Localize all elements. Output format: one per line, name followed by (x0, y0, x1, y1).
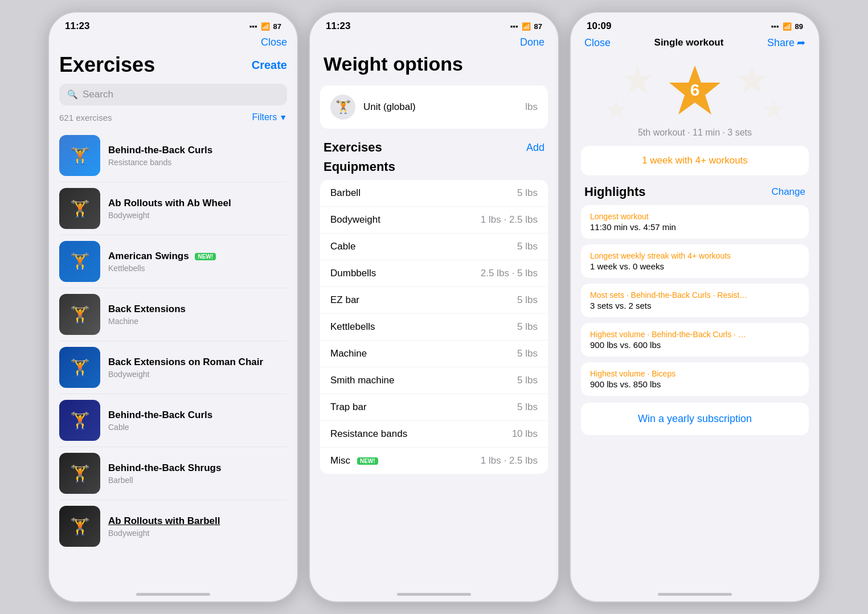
exercise-sub: Bodyweight (108, 211, 287, 220)
exercise-thumb: 🏋 (59, 347, 100, 388)
list-item[interactable]: 🏋 Behind-the-Back Curls Resistance bands (59, 129, 287, 182)
exercise-sub: Cable (108, 423, 287, 432)
equip-item[interactable]: Machine 5 lbs (320, 341, 548, 367)
win-label: Win a yearly subscription (638, 413, 752, 424)
exercise-info: Behind-the-Back Shrugs Barbell (108, 462, 287, 485)
equip-item[interactable]: Resistance bands 10 lbs (320, 421, 548, 448)
highlight-card: Longest workout 11:30 min vs. 4:57 min (581, 205, 809, 239)
equip-item[interactable]: Bodyweight 1 lbs · 2.5 lbs (320, 207, 548, 234)
funnel-icon: ▼ (279, 113, 287, 122)
equip-item[interactable]: Trap bar 5 lbs (320, 394, 548, 421)
equip-value: 1 lbs · 2.5 lbs (481, 455, 538, 466)
share-icon: ➦ (797, 36, 805, 49)
phone-exercises: 11:23 ▪▪▪ 📶 87 Close Exercises Create 🔍 … (48, 11, 298, 603)
equip-item[interactable]: Smith machine 5 lbs (320, 367, 548, 394)
equipment-list: Barbell 5 lbs Bodyweight 1 lbs · 2.5 lbs… (320, 180, 548, 474)
equip-item[interactable]: Misc NEW! 1 lbs · 2.5 lbs (320, 448, 548, 474)
weight-title: Weight options (310, 53, 558, 85)
create-button[interactable]: Create (252, 59, 287, 72)
equip-name: EZ bar (330, 294, 359, 306)
list-item[interactable]: 🏋 Ab Rollouts with Barbell Bodyweight (59, 500, 287, 552)
search-bar[interactable]: 🔍 Search (59, 84, 287, 105)
status-icons-3: ▪▪▪ 📶 89 (771, 22, 803, 31)
wifi-icon-1: 📶 (261, 22, 270, 31)
list-item[interactable]: 🏋 American Swings NEW! Kettlebells (59, 235, 287, 288)
exercise-sub: Bodyweight (108, 529, 287, 538)
person-icon: 🏋 (70, 305, 90, 324)
equip-item[interactable]: Kettlebells 5 lbs (320, 314, 548, 341)
ghost-star-left2 (605, 99, 628, 121)
unit-card[interactable]: 🏋 Unit (global) lbs (320, 85, 548, 129)
exercise-thumb: 🏋 (59, 188, 100, 229)
list-item[interactable]: 🏋 Ab Rollouts with Ab Wheel Bodyweight (59, 182, 287, 235)
person-icon: 🏋 (70, 146, 90, 165)
equip-name: Cable (330, 241, 355, 252)
equip-value: 5 lbs (517, 402, 538, 413)
phone-single-workout: 10:09 ▪▪▪ 📶 89 Close Single workout Shar… (570, 11, 820, 603)
equip-value: 5 lbs (517, 294, 538, 306)
filters-button[interactable]: Filters ▼ (252, 112, 287, 122)
highlight-label: Highest volume · Behind-the-Back Curls ·… (590, 330, 800, 339)
equip-value: 1 lbs · 2.5 lbs (481, 214, 538, 226)
exercise-name: Back Extensions (108, 303, 287, 316)
equip-name: Dumbbells (330, 268, 376, 279)
time-1: 11:23 (65, 21, 89, 32)
list-item[interactable]: 🏋 Behind-the-Back Curls Cable (59, 394, 287, 447)
weight-content: Done Weight options 🏋 Unit (global) lbs … (310, 36, 558, 594)
workout-meta: 5th workout · 11 min · 3 sets (571, 128, 819, 138)
highlight-cards: Longest workout 11:30 min vs. 4:57 min L… (571, 205, 819, 396)
equip-name: Trap bar (330, 402, 367, 413)
equip-item[interactable]: Cable 5 lbs (320, 234, 548, 260)
list-item[interactable]: 🏋 Behind-the-Back Shrugs Barbell (59, 447, 287, 500)
person-icon: 🏋 (70, 252, 90, 271)
equipments-section-title: Equipments (310, 159, 558, 180)
highlight-card: Longest weekly streak with 4+ workouts 1… (581, 244, 809, 278)
person-icon: 🏋 (70, 517, 90, 536)
highlights-header: Highlights Change (571, 185, 819, 205)
home-indicator (136, 593, 210, 596)
equip-value: 5 lbs (517, 375, 538, 386)
share-button[interactable]: Share ➦ (767, 36, 805, 49)
unit-value: lbs (525, 101, 538, 113)
equip-name: Machine (330, 348, 367, 359)
highlights-title: Highlights (584, 185, 646, 199)
exercise-thumb: 🏋 (59, 453, 100, 494)
close-button[interactable]: Close (261, 36, 287, 48)
equip-item[interactable]: Barbell 5 lbs (320, 180, 548, 207)
ghost-star-right (736, 65, 768, 96)
list-item[interactable]: 🏋 Back Extensions Machine (59, 288, 287, 341)
win-card[interactable]: Win a yearly subscription (581, 403, 809, 435)
new-badge: NEW! (195, 253, 216, 260)
person-icon: 🏋 (70, 411, 90, 430)
exercise-name: Ab Rollouts with Ab Wheel (108, 197, 287, 210)
list-item[interactable]: 🏋 Back Extensions on Roman Chair Bodywei… (59, 341, 287, 394)
equip-value: 5 lbs (517, 348, 538, 359)
svg-marker-2 (606, 100, 627, 119)
close-button-3[interactable]: Close (584, 37, 611, 49)
equip-item[interactable]: EZ bar 5 lbs (320, 287, 548, 314)
time-3: 10:09 (587, 21, 611, 32)
equip-item[interactable]: Dumbbells 2.5 lbs · 5 lbs (320, 260, 548, 287)
exercise-name: Behind-the-Back Shrugs (108, 462, 287, 474)
equip-name: Kettlebells (330, 321, 375, 333)
change-button[interactable]: Change (771, 186, 805, 198)
workout-content: Close Single workout Share ➦ (571, 36, 819, 594)
exercise-name: Ab Rollouts with Barbell (108, 515, 287, 527)
add-button[interactable]: Add (526, 142, 544, 154)
exercise-name: American Swings NEW! (108, 250, 287, 263)
streak-card: 1 week with 4+ workouts (581, 146, 809, 175)
highlight-label: Most sets · Behind-the-Back Curls · Resi… (590, 290, 800, 300)
svg-marker-3 (763, 100, 784, 119)
equip-value: 10 lbs (512, 428, 538, 440)
equip-name: Bodyweight (330, 214, 380, 226)
wifi-icon-3: 📶 (783, 22, 792, 31)
done-button[interactable]: Done (520, 36, 544, 48)
exercise-info: Behind-the-Back Curls Resistance bands (108, 144, 287, 167)
filter-row: 621 exercises Filters ▼ (59, 112, 287, 122)
exercise-info: Behind-the-Back Curls Cable (108, 409, 287, 432)
battery-1: 87 (273, 22, 281, 31)
signal-icon-1: ▪▪▪ (249, 22, 257, 31)
equip-name: Barbell (330, 187, 361, 199)
exercises-title-row: Exercises Create (59, 53, 287, 77)
exercise-thumb: 🏋 (59, 294, 100, 335)
